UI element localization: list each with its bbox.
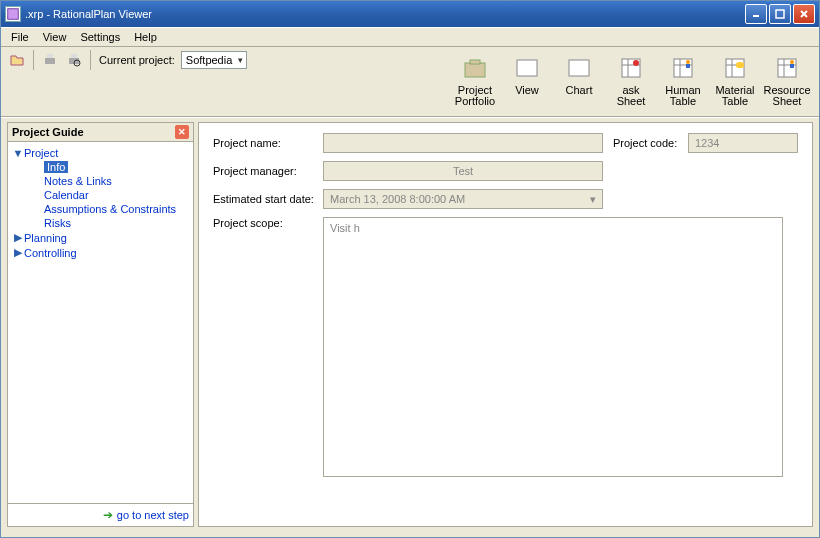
toolbar-btn-ask-sheet[interactable]: ask Sheet: [605, 51, 657, 109]
svg-rect-10: [465, 63, 485, 77]
window-controls: [745, 4, 815, 24]
svg-rect-8: [71, 54, 77, 58]
scope-label: Project scope:: [213, 217, 323, 229]
svg-point-31: [790, 60, 794, 64]
svg-rect-32: [790, 64, 794, 68]
maximize-button[interactable]: [769, 4, 791, 24]
next-arrow-icon: ➔: [103, 508, 113, 522]
toolbar-btn-label: Project Portfolio: [455, 85, 495, 107]
svg-point-27: [736, 64, 744, 68]
menubar: File View Settings Help: [1, 27, 819, 47]
content-area: Project Guide ✕ ▼Project Info Notes & Li…: [1, 117, 819, 537]
tree-item-calendar[interactable]: Calendar: [12, 188, 189, 202]
toolbar-btn-chart[interactable]: Chart: [553, 51, 605, 109]
minimize-button[interactable]: [745, 4, 767, 24]
date-label: Estimated start date:: [213, 193, 323, 205]
open-icon[interactable]: [7, 50, 27, 70]
toolbar-btn-material-table[interactable]: Material Table: [709, 51, 761, 109]
tree-item-info[interactable]: Info: [12, 160, 189, 174]
toolbar-btn-label: Human Table: [665, 85, 700, 107]
current-project-value: Softpedia: [186, 54, 232, 66]
current-project-label: Current project:: [99, 54, 175, 66]
svg-rect-5: [45, 58, 55, 64]
row-date: Estimated start date: March 13, 2008 8:0…: [213, 189, 798, 209]
svg-rect-6: [47, 54, 53, 58]
tree-item-assumptions[interactable]: Assumptions & Constraints: [12, 202, 189, 216]
sheet-icon: [616, 53, 646, 83]
svg-rect-2: [776, 10, 784, 18]
manager-label: Project manager:: [213, 165, 323, 177]
collapse-arrow-icon: ▶: [12, 246, 24, 259]
tree-item-planning[interactable]: ▶Planning: [12, 230, 189, 245]
next-step-link[interactable]: go to next step: [117, 509, 189, 521]
manager-field[interactable]: Test: [323, 161, 603, 181]
expand-arrow-icon: ▼: [12, 147, 24, 159]
tree-item-controlling[interactable]: ▶Controlling: [12, 245, 189, 260]
tree-item-project[interactable]: ▼Project: [12, 146, 189, 160]
toolbar-separator: [90, 50, 91, 70]
svg-rect-13: [569, 60, 589, 76]
guide-title: Project Guide: [12, 126, 84, 138]
toolbar: Current project: Softpedia Project Portf…: [1, 47, 819, 117]
toolbar-left: Current project: Softpedia: [7, 49, 247, 71]
guide-footer: ➔ go to next step: [8, 503, 193, 526]
svg-rect-22: [686, 64, 690, 68]
portfolio-icon: [460, 53, 490, 83]
tree-item-risks[interactable]: Risks: [12, 216, 189, 230]
window-title: .xrp - RationalPlan Viewer: [25, 8, 745, 20]
row-manager: Project manager: Test: [213, 161, 798, 181]
menu-help[interactable]: Help: [128, 29, 163, 45]
svg-rect-11: [470, 60, 480, 64]
resource-sheet-icon: [772, 53, 802, 83]
toolbar-btn-label: Material Table: [715, 85, 754, 107]
toolbar-btn-view[interactable]: View: [501, 51, 553, 109]
project-name-label: Project name:: [213, 137, 323, 149]
date-field[interactable]: March 13, 2008 8:00:00 AM: [323, 189, 603, 209]
toolbar-btn-human-table[interactable]: Human Table: [657, 51, 709, 109]
menu-view[interactable]: View: [37, 29, 73, 45]
guide-header: Project Guide ✕: [8, 123, 193, 142]
toolbar-btn-resource-sheet[interactable]: Resource Sheet: [761, 51, 813, 109]
row-scope: Project scope: Visit h: [213, 217, 798, 477]
app-window: .xrp - RationalPlan Viewer File View Set…: [0, 0, 820, 538]
close-button[interactable]: [793, 4, 815, 24]
project-guide-panel: Project Guide ✕ ▼Project Info Notes & Li…: [7, 122, 194, 527]
guide-close-icon[interactable]: ✕: [175, 125, 189, 139]
main-form: Project name: Project code: 1234 Project…: [198, 122, 813, 527]
menu-settings[interactable]: Settings: [74, 29, 126, 45]
app-icon: [5, 6, 21, 22]
print-preview-icon[interactable]: [64, 50, 84, 70]
collapse-arrow-icon: ▶: [12, 231, 24, 244]
row-project-name: Project name: Project code: 1234: [213, 133, 798, 153]
toolbar-btn-label: Resource Sheet: [763, 85, 810, 107]
guide-tree: ▼Project Info Notes & Links Calendar Ass…: [8, 142, 193, 503]
svg-rect-23: [726, 59, 744, 77]
project-code-label: Project code:: [613, 137, 688, 149]
chart-icon: [564, 53, 594, 83]
human-table-icon: [668, 53, 698, 83]
scope-textarea[interactable]: Visit h: [323, 217, 783, 477]
svg-point-21: [686, 60, 690, 64]
current-project-select[interactable]: Softpedia: [181, 51, 247, 69]
print-icon[interactable]: [40, 50, 60, 70]
toolbar-right: Project Portfolio View Chart ask Sheet H…: [449, 51, 813, 109]
toolbar-btn-label: View: [515, 85, 539, 96]
menu-file[interactable]: File: [5, 29, 35, 45]
toolbar-btn-label: Chart: [566, 85, 593, 96]
toolbar-separator: [33, 50, 34, 70]
svg-rect-0: [8, 9, 19, 20]
project-code-field[interactable]: 1234: [688, 133, 798, 153]
view-icon: [512, 53, 542, 83]
svg-rect-12: [517, 60, 537, 76]
material-table-icon: [720, 53, 750, 83]
titlebar: .xrp - RationalPlan Viewer: [1, 1, 819, 27]
toolbar-btn-label: ask Sheet: [617, 85, 646, 107]
tree-item-notes[interactable]: Notes & Links: [12, 174, 189, 188]
project-name-field[interactable]: [323, 133, 603, 153]
svg-point-17: [633, 60, 639, 66]
toolbar-btn-portfolio[interactable]: Project Portfolio: [449, 51, 501, 109]
